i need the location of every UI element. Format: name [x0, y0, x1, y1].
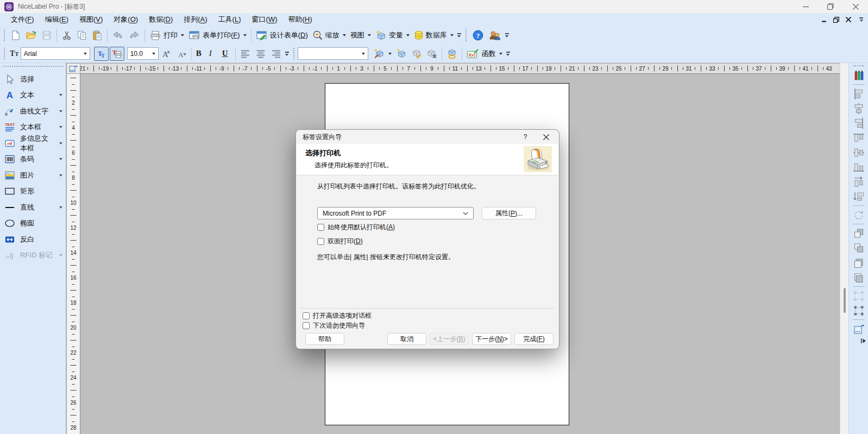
bold-button[interactable]: B — [194, 47, 207, 60]
save-button[interactable] — [39, 28, 54, 42]
printer-properties-button[interactable]: 属性(P)... — [482, 207, 536, 219]
menu-tools[interactable]: 工具(L) — [213, 13, 247, 26]
menu-help[interactable]: 帮助(H) — [283, 13, 318, 26]
help-button[interactable]: ? — [470, 28, 486, 43]
finish-button[interactable]: 完成(F) — [514, 333, 553, 345]
chevron-down-icon[interactable] — [84, 53, 87, 55]
toolbar-grip[interactable] — [4, 29, 5, 41]
align-center-horizontal-button[interactable] — [851, 145, 866, 160]
distribute-vertical-button[interactable] — [851, 189, 866, 204]
chevron-down-icon[interactable] — [59, 158, 62, 160]
tool-inverse[interactable]: 反白 — [0, 231, 66, 248]
distribute-horizontal-button[interactable] — [851, 174, 866, 189]
menu-window[interactable]: 窗口(W) — [247, 13, 283, 26]
toolbar-overflow-icon[interactable] — [505, 33, 509, 37]
send-backward-button[interactable] — [851, 270, 866, 285]
checkbox-icon[interactable] — [303, 312, 310, 319]
function-button[interactable]: f(x) 函数 — [464, 47, 505, 61]
align-bottom-edges-button[interactable] — [851, 160, 866, 174]
design-form-button[interactable]: 设计表单(D) — [254, 28, 310, 42]
tool-text[interactable]: A 文本 — [0, 87, 66, 104]
toolbar-grip[interactable] — [293, 48, 295, 60]
underline-button[interactable]: U — [220, 47, 233, 60]
menu-object[interactable]: 对象(O) — [108, 13, 143, 26]
new-document-button[interactable] — [8, 28, 23, 42]
open-button[interactable] — [23, 28, 39, 42]
toolbar-overflow-icon[interactable] — [285, 52, 289, 56]
checkbox-icon[interactable] — [317, 238, 324, 245]
toolbar-overflow-icon[interactable] — [506, 52, 510, 56]
menu-data[interactable]: 数据(D) — [143, 13, 178, 26]
chevron-down-icon[interactable] — [243, 34, 247, 36]
vertical-scrollbar[interactable] — [840, 63, 848, 434]
checkbox-icon[interactable] — [317, 224, 324, 231]
align-center-vertical-button[interactable] — [851, 101, 866, 116]
align-left-edges-button[interactable] — [851, 86, 866, 101]
chevron-down-icon[interactable] — [181, 34, 184, 36]
copy-button[interactable] — [74, 28, 90, 42]
tool-curved-text[interactable]: 曲线文字 — [0, 103, 66, 119]
menu-view[interactable]: 视图(V) — [74, 13, 108, 26]
align-top-edges-button[interactable] — [851, 130, 866, 145]
view-button[interactable]: 视图 — [348, 29, 373, 42]
delete-variable-button[interactable] — [424, 47, 439, 61]
tool-line[interactable]: 直线 — [0, 199, 66, 216]
menu-file[interactable]: 文件(F) — [5, 13, 40, 26]
align-right-edges-button[interactable] — [851, 116, 866, 130]
increase-font-button[interactable]: A — [159, 47, 174, 61]
align-center-button[interactable] — [253, 48, 268, 60]
edit-variable-button[interactable] — [409, 47, 424, 61]
tool-text-box[interactable]: TEXT 文本框 — [0, 119, 66, 136]
menu-arrange[interactable]: 排列(A) — [178, 13, 212, 26]
cut-button[interactable] — [59, 28, 74, 42]
italic-button[interactable]: I — [207, 47, 220, 60]
ungroup-button[interactable] — [851, 303, 866, 318]
chevron-down-icon[interactable] — [368, 34, 371, 36]
design-markers-button[interactable] — [851, 68, 866, 83]
mdi-close-icon[interactable] — [846, 17, 851, 22]
chevron-down-icon[interactable] — [152, 53, 155, 55]
chevron-down-icon[interactable] — [343, 34, 346, 36]
chevron-down-icon[interactable] — [406, 34, 410, 36]
redo-button[interactable] — [126, 28, 142, 42]
help-button[interactable]: 帮助 — [305, 333, 344, 345]
variable-button[interactable]: 变量 — [373, 28, 412, 42]
chevron-down-icon[interactable] — [388, 53, 392, 55]
printer-font-filter-toggle[interactable]: T — [110, 47, 124, 61]
new-variable-button[interactable] — [394, 47, 409, 61]
dialog-help-icon[interactable]: ? — [517, 131, 534, 143]
tool-picture[interactable]: 图片 — [0, 167, 66, 184]
zoom-button[interactable]: 缩放 — [310, 28, 348, 42]
font-name-combobox[interactable]: Arial — [21, 47, 90, 60]
checkbox-icon[interactable] — [303, 322, 310, 329]
form-print-button[interactable]: 表单打印(F) — [186, 28, 249, 42]
minimize-icon[interactable] — [793, 0, 818, 13]
chevron-down-icon[interactable] — [499, 53, 502, 55]
bring-to-front-button[interactable] — [851, 226, 866, 241]
checkbox-no-wizard[interactable]: 下次请勿使用向导 — [303, 321, 365, 330]
dialog-close-icon[interactable] — [537, 131, 555, 143]
toolbar-grip[interactable] — [853, 65, 864, 66]
tool-select[interactable]: 选择 — [0, 71, 66, 87]
chevron-down-icon[interactable] — [59, 110, 62, 112]
tool-rectangle[interactable]: 矩形 — [0, 184, 66, 200]
scrollbar-thumb[interactable] — [844, 288, 846, 313]
checkbox-default-printer[interactable]: 始终使用默认打印机(A) — [317, 223, 395, 232]
printer-select[interactable]: Microsoft Print to PDF — [317, 207, 474, 219]
cancel-button[interactable]: 取消 — [387, 333, 426, 345]
truetype-filter-toggle[interactable]: TT — [94, 47, 109, 61]
toolbar-expand-icon[interactable] — [861, 338, 866, 343]
chevron-down-icon[interactable] — [450, 34, 454, 36]
restore-icon[interactable] — [818, 0, 843, 13]
chevron-down-icon[interactable] — [59, 94, 62, 96]
mdi-restore-icon[interactable] — [833, 17, 839, 23]
bring-forward-button[interactable] — [851, 255, 866, 270]
toolbar-grip[interactable] — [466, 29, 467, 41]
tool-rich-text-box[interactable]: rtf 多信息文本框 — [0, 135, 66, 152]
paste-button[interactable] — [90, 28, 105, 42]
undo-button[interactable] — [110, 28, 126, 42]
close-icon[interactable] — [843, 0, 868, 13]
chevron-down-icon[interactable] — [59, 174, 62, 177]
tool-ellipse[interactable]: 椭圆 — [0, 216, 66, 232]
resize-to-content-button[interactable] — [851, 322, 866, 336]
